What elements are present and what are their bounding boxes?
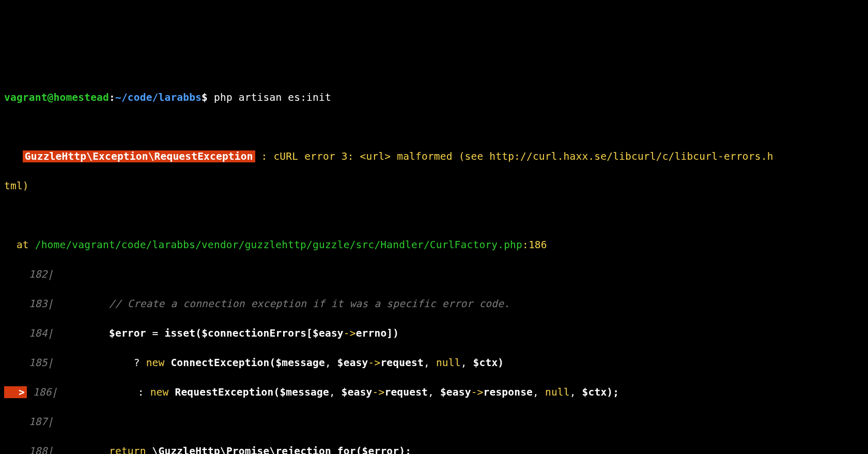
exception-class-badge: GuzzleHttp\Exception\RequestException: [23, 150, 255, 162]
current-line-pointer: >: [4, 386, 27, 398]
code-line-184: 184| $error = isset($connectionErrors[$e…: [4, 326, 864, 341]
exception-at-line: at /home/vagrant/code/larabbs/vendor/guz…: [4, 238, 864, 253]
prompt-colon: :: [109, 92, 115, 103]
terminal-output: vagrant@homestead:~/code/larabbs$ php ar…: [0, 74, 868, 455]
prompt-path: ~/code/larabbs: [115, 92, 202, 103]
blank-line: [4, 120, 864, 135]
prompt-dollar: $: [202, 92, 208, 103]
exception-message: : cURL error 3: <url> malformed (see htt…: [255, 150, 773, 162]
at-path: /home/vagrant/code/larabbs/vendor/guzzle…: [35, 239, 522, 251]
code-line-185: 185| ? new ConnectException($message, $e…: [4, 356, 864, 371]
code-line-183: 183| // Create a connection exception if…: [4, 297, 864, 312]
command-text: php artisan es:init: [208, 92, 331, 103]
exception-header-line-1: GuzzleHttp\Exception\RequestException : …: [4, 149, 864, 164]
code-line-187: 187|: [4, 415, 864, 430]
at-label: at: [4, 239, 35, 251]
at-colon: :: [522, 239, 529, 251]
code-line-186-current: > 186| : new RequestException($message, …: [4, 385, 864, 400]
code-line-188: 188| return \GuzzleHttp\Promise\rejectio…: [4, 444, 864, 454]
prompt-line-1[interactable]: vagrant@homestead:~/code/larabbs$ php ar…: [4, 90, 864, 105]
blank-line: [4, 208, 864, 223]
code-comment: // Create a connection exception if it w…: [54, 298, 510, 310]
exception-header-line-2: tml): [4, 179, 864, 194]
prompt-user: vagrant@homestead: [4, 92, 109, 103]
code-line-182: 182|: [4, 267, 864, 282]
at-line-number: 186: [529, 239, 547, 251]
